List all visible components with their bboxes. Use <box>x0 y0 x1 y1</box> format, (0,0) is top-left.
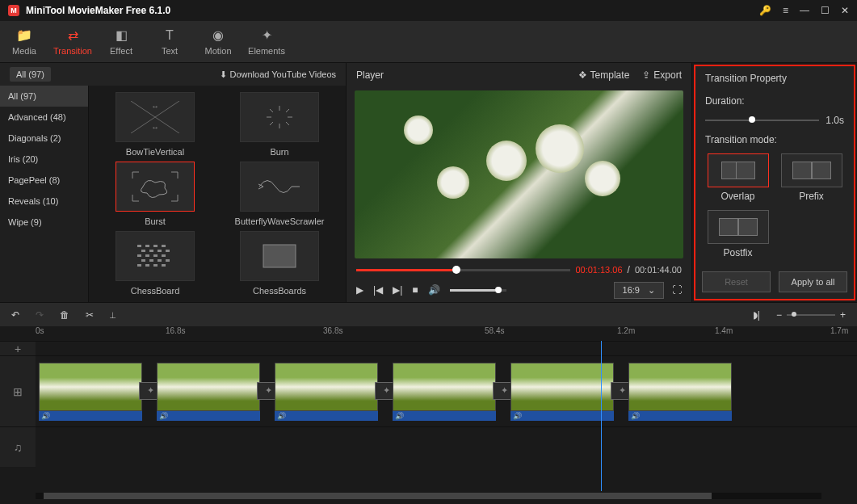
mode-prefix[interactable]: Prefix <box>779 153 844 202</box>
menu-icon[interactable]: ≡ <box>783 5 788 16</box>
zoom-slider[interactable] <box>787 314 835 316</box>
template-button[interactable]: ❖Template <box>578 69 630 81</box>
tab-transition[interactable]: ⇄Transition <box>48 21 97 62</box>
video-track-head[interactable]: ⊞ <box>0 355 36 426</box>
tab-media[interactable]: 📁Media <box>0 21 48 62</box>
maximize-button[interactable]: ☐ <box>821 5 830 16</box>
svg-rect-14 <box>153 245 158 247</box>
speaker-icon: 🔊 <box>631 412 640 420</box>
category-diagonals[interactable]: Diagonals (2) <box>0 128 88 149</box>
delete-button[interactable]: 🗑 <box>60 309 69 321</box>
video-preview[interactable] <box>355 90 683 258</box>
svg-rect-21 <box>145 254 149 257</box>
svg-rect-23 <box>162 254 166 257</box>
snap-icon[interactable]: ◗| <box>753 309 760 321</box>
svg-rect-12 <box>137 245 141 247</box>
svg-rect-26 <box>158 259 162 262</box>
undo-button[interactable]: ↶ <box>11 309 19 321</box>
next-frame-button[interactable]: ▶| <box>393 284 402 296</box>
zoom-out-button[interactable]: − <box>776 309 782 321</box>
volume-icon[interactable]: 🔊 <box>428 284 440 296</box>
crop-button[interactable]: ⟂ <box>110 309 116 321</box>
video-clip[interactable]: 🔊✦ <box>275 363 378 421</box>
transition-item[interactable]: ↔↔ BowTieVertical <box>95 92 215 157</box>
duration-slider[interactable] <box>705 120 819 121</box>
svg-text:↔: ↔ <box>151 102 159 111</box>
close-button[interactable]: ✕ <box>841 5 849 16</box>
aspect-ratio-select[interactable]: 16:9⌄ <box>614 282 664 299</box>
fullscreen-button[interactable]: ⛶ <box>672 284 682 296</box>
reset-button[interactable]: Reset <box>702 271 771 292</box>
duration-value: 1.0s <box>825 115 844 126</box>
category-reveals[interactable]: Reveals (10) <box>0 191 88 212</box>
volume-slider[interactable] <box>450 289 506 292</box>
titlebar: M MiniTool MovieMaker Free 6.1.0 🔑 ≡ — ☐… <box>0 0 857 21</box>
audio-track-head[interactable]: ♫ <box>0 426 36 467</box>
transition-item[interactable]: Burn <box>220 92 339 157</box>
category-iris[interactable]: Iris (20) <box>0 149 88 170</box>
app-logo: M <box>8 5 19 16</box>
export-icon: ⇪ <box>642 69 650 81</box>
export-button[interactable]: ⇪Export <box>642 69 682 81</box>
svg-text:↔: ↔ <box>151 123 159 132</box>
transition-property-panel: Transition Property Duration: 1.0s Trans… <box>694 65 855 300</box>
transition-item[interactable]: ButterflyWaveScrawler <box>220 162 339 226</box>
speaker-icon: 🔊 <box>41 412 50 420</box>
elements-icon: ✦ <box>262 27 272 43</box>
tab-effect[interactable]: ◧Effect <box>97 21 145 62</box>
video-clip[interactable]: 🔊✦ <box>510 363 614 421</box>
category-list: All (97) Advanced (48) Diagonals (2) Iri… <box>0 86 89 302</box>
seek-bar[interactable] <box>356 269 570 271</box>
mode-overlap[interactable]: Overlap <box>705 153 771 202</box>
download-youtube-link[interactable]: ⬇ Download YouTube Videos <box>220 69 336 80</box>
time-current: 00:01:13.06 <box>575 265 622 275</box>
prev-frame-button[interactable]: |◀ <box>373 284 383 296</box>
timeline-scrollbar[interactable] <box>36 493 821 499</box>
mode-postfix[interactable]: Postfix <box>705 210 771 258</box>
transition-icon: ⇄ <box>68 27 78 43</box>
license-key-icon[interactable]: 🔑 <box>759 5 771 16</box>
timeline-ruler[interactable]: 0s 16.8s 36.8s 58.4s 1.2m 1.4m 1.7m <box>0 326 857 341</box>
playhead[interactable] <box>601 341 602 491</box>
svg-line-9 <box>286 122 289 125</box>
mode-label: Transition mode: <box>705 134 844 145</box>
svg-line-8 <box>270 109 273 112</box>
add-track-button[interactable]: + <box>0 341 36 355</box>
category-all[interactable]: All (97) <box>0 86 88 107</box>
video-clip[interactable]: 🔊 <box>628 363 732 421</box>
svg-rect-25 <box>149 259 153 262</box>
audio-track[interactable] <box>36 426 857 467</box>
svg-rect-29 <box>145 264 149 267</box>
redo-button[interactable]: ↷ <box>36 309 44 321</box>
video-clip[interactable]: 🔊✦ <box>157 363 260 421</box>
split-button[interactable]: ✂ <box>86 309 94 321</box>
speaker-icon: 🔊 <box>395 412 404 420</box>
speaker-icon: 🔊 <box>277 412 286 420</box>
play-button[interactable]: ▶ <box>356 284 363 296</box>
tab-text[interactable]: TText <box>145 21 194 62</box>
player-title: Player <box>356 69 384 81</box>
category-wipe[interactable]: Wipe (9) <box>0 212 88 233</box>
svg-rect-15 <box>162 245 166 247</box>
minimize-button[interactable]: — <box>800 5 809 16</box>
tab-motion[interactable]: ◉Motion <box>194 21 242 62</box>
timeline: 0s 16.8s 36.8s 58.4s 1.2m 1.4m 1.7m + ⊞ … <box>0 326 857 501</box>
tab-elements[interactable]: ✦Elements <box>242 21 291 62</box>
category-advanced[interactable]: Advanced (48) <box>0 107 88 128</box>
svg-rect-24 <box>141 259 145 262</box>
stop-button[interactable]: ■ <box>412 284 418 296</box>
svg-rect-22 <box>153 254 158 257</box>
category-pagepeel[interactable]: PagePeel (8) <box>0 170 88 191</box>
transition-item[interactable]: Burst <box>95 162 215 226</box>
library-panel: All (97) ⬇ Download YouTube Videos All (… <box>0 63 346 302</box>
transition-item[interactable]: ChessBoard <box>95 231 215 296</box>
video-clip[interactable]: 🔊✦ <box>39 363 142 421</box>
zoom-in-button[interactable]: + <box>840 309 846 321</box>
transition-item[interactable]: ChessBoards <box>220 231 339 296</box>
svg-rect-32 <box>263 245 296 267</box>
video-track[interactable]: 🔊✦ 🔊✦ 🔊✦ 🔊✦ 🔊✦ 🔊 <box>36 355 857 426</box>
video-clip[interactable]: 🔊✦ <box>393 363 496 421</box>
svg-line-10 <box>286 109 289 112</box>
svg-rect-27 <box>166 259 170 262</box>
apply-all-button[interactable]: Apply to all <box>779 271 847 292</box>
